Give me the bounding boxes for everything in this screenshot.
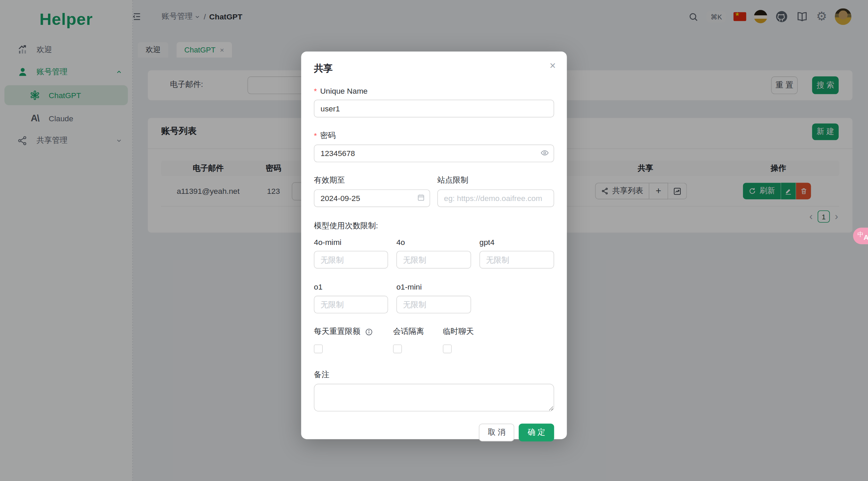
cancel-button[interactable]: 取 消: [479, 424, 515, 441]
daily-reset-checkbox[interactable]: [314, 344, 323, 353]
expires-label: 有效期至: [314, 175, 345, 185]
model-limit-gpt4: gpt4: [479, 237, 554, 268]
session-isolation-label: 会话隔离: [393, 327, 424, 337]
site-limit-input[interactable]: [437, 189, 554, 207]
temporary-chat-checkbox[interactable]: [443, 344, 452, 353]
translate-icon: 中A: [857, 232, 868, 240]
remark-label: 备注: [314, 370, 330, 380]
session-isolation-group: 会话隔离: [393, 327, 443, 353]
model-limit-input-o1[interactable]: [314, 296, 388, 313]
confirm-button[interactable]: 确 定: [519, 424, 554, 441]
calendar-icon[interactable]: [417, 193, 425, 201]
unique-name-label: Unique Name: [320, 87, 367, 95]
modal-title: 共享: [314, 62, 554, 75]
temporary-chat-group: 临时聊天: [443, 327, 509, 353]
remark-textarea[interactable]: [314, 384, 554, 412]
model-limits-label: 模型使用次数限制:: [314, 221, 554, 231]
expires-date-input[interactable]: [314, 189, 430, 207]
translate-float-button[interactable]: 中A: [853, 228, 868, 244]
info-icon[interactable]: [365, 328, 373, 336]
eye-icon[interactable]: [540, 149, 549, 157]
model-limit-o1: o1: [314, 282, 388, 313]
model-limit-input-gpt4[interactable]: [479, 251, 554, 268]
screen: Helper 欢迎: [0, 0, 868, 481]
required-mark: *: [314, 131, 317, 140]
model-limit-4o-mimi: 4o-mimi: [314, 237, 388, 268]
unique-name-input[interactable]: [314, 100, 554, 118]
model-limit-4o: 4o: [396, 237, 471, 268]
password-field: * 密码: [314, 131, 554, 162]
close-icon[interactable]: ×: [548, 58, 558, 73]
daily-reset-label: 每天重置限额: [314, 327, 361, 337]
daily-reset-group: 每天重置限额: [314, 327, 393, 353]
model-limit-o1-mini: o1-mini: [396, 282, 471, 313]
expires-field: 有效期至: [314, 176, 430, 207]
required-mark: *: [314, 87, 317, 95]
password-input[interactable]: [314, 144, 554, 162]
session-isolation-checkbox[interactable]: [393, 344, 402, 353]
site-limit-label: 站点限制: [437, 175, 468, 185]
site-limit-field: 站点限制: [437, 176, 554, 207]
temporary-chat-label: 临时聊天: [443, 327, 474, 337]
share-modal: × 共享 * Unique Name * 密码 有效期至: [301, 51, 567, 439]
unique-name-field: * Unique Name: [314, 87, 554, 118]
model-limit-input-o1-mini[interactable]: [396, 296, 471, 313]
password-label: 密码: [320, 131, 336, 141]
model-limit-input-4o[interactable]: [396, 251, 471, 268]
model-limit-input-4o-mimi[interactable]: [314, 251, 388, 268]
